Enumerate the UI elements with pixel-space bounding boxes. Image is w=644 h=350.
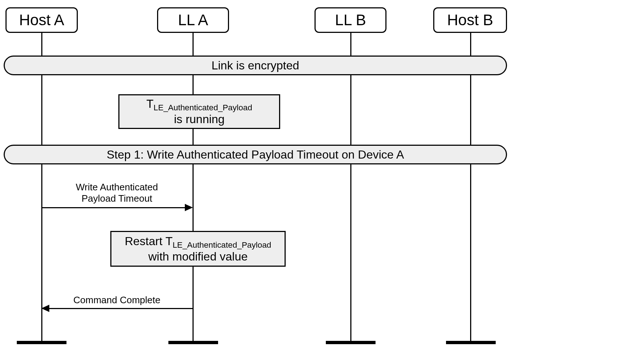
lifeline-host-a-seg2 — [41, 75, 42, 145]
endpoint-host-a — [17, 341, 66, 344]
arrow-label-write-auth: Write Authenticated Payload Timeout — [62, 182, 172, 204]
arrowhead-cmd-complete — [41, 305, 49, 312]
lifeline-host-b-seg2 — [470, 75, 471, 145]
bar-link-encrypted: Link is encrypted — [4, 56, 507, 75]
endpoint-host-b — [446, 341, 496, 344]
lifeline-ll-b-seg3 — [350, 164, 351, 341]
lifeline-ll-a-seg2b — [193, 129, 194, 145]
bar-step-1: Step 1: Write Authenticated Payload Time… — [4, 145, 507, 164]
tle-running-sub: LE_Authenticated_Payload — [153, 103, 252, 112]
lane-header-ll-a: LL A — [157, 7, 229, 33]
box-restart-tle: Restart TLE_Authenticated_Payload with m… — [110, 231, 286, 267]
endpoint-ll-b — [326, 341, 376, 344]
lifeline-ll-a-seg1 — [193, 33, 194, 56]
lifeline-ll-a-seg3b — [193, 267, 194, 341]
arrow-line-write-auth — [42, 207, 186, 208]
arrow-label-write-auth-l2: Payload Timeout — [62, 193, 172, 204]
sequence-diagram: Host A LL A LL B Host B Link is encrypte… — [0, 0, 644, 350]
lifeline-ll-a-seg3a — [193, 164, 194, 231]
arrowhead-write-auth — [185, 204, 193, 211]
arrow-line-cmd-complete — [49, 308, 194, 309]
lifeline-host-a-seg3 — [41, 164, 42, 341]
lifeline-host-b-seg1 — [470, 33, 471, 56]
lifeline-host-a-seg1 — [41, 33, 42, 56]
endpoint-ll-a — [168, 341, 218, 344]
lifeline-host-b-seg3 — [470, 164, 471, 341]
lifeline-ll-a-seg2a — [193, 75, 194, 94]
tle-running-prefix: T — [146, 97, 154, 110]
restart-sub: LE_Authenticated_Payload — [172, 240, 271, 250]
box-restart-tle-line1: Restart TLE_Authenticated_Payload — [125, 235, 271, 250]
arrow-label-cmd-complete: Command Complete — [66, 294, 168, 306]
lifeline-ll-b-seg1 — [350, 33, 351, 56]
box-restart-tle-line2: with modified value — [148, 250, 248, 263]
lane-header-host-a: Host A — [5, 7, 78, 33]
box-tle-running: TLE_Authenticated_Payload is running — [118, 94, 280, 129]
lifeline-ll-b-seg2 — [350, 75, 351, 145]
lane-header-ll-b: LL B — [315, 7, 386, 33]
tle-running-line2: is running — [174, 113, 225, 126]
restart-prefix: Restart T — [125, 235, 172, 248]
box-tle-running-text: TLE_Authenticated_Payload — [146, 97, 252, 113]
lane-header-host-b: Host B — [433, 7, 507, 33]
arrow-label-write-auth-l1: Write Authenticated — [62, 182, 172, 193]
